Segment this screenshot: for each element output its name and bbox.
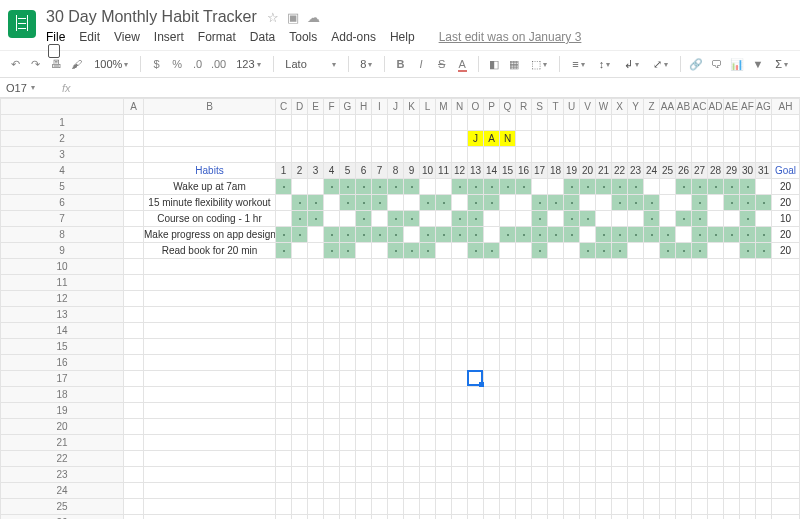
cell[interactable] (372, 275, 388, 291)
cell[interactable] (124, 211, 144, 227)
cell[interactable] (468, 451, 484, 467)
cell[interactable] (564, 179, 580, 195)
cell[interactable] (124, 291, 144, 307)
cell[interactable] (548, 387, 564, 403)
cell[interactable] (292, 179, 308, 195)
cell[interactable] (644, 515, 660, 520)
cell[interactable] (372, 259, 388, 275)
cell[interactable] (660, 195, 676, 211)
cell[interactable] (324, 307, 340, 323)
cell[interactable] (564, 115, 580, 131)
cell[interactable] (340, 387, 356, 403)
cell[interactable]: Goal (772, 163, 800, 179)
cell[interactable] (564, 307, 580, 323)
cell[interactable] (420, 211, 436, 227)
cell[interactable]: 14 (484, 163, 500, 179)
cell[interactable] (388, 403, 404, 419)
cell[interactable] (692, 323, 708, 339)
cell[interactable] (124, 403, 144, 419)
cell[interactable] (532, 227, 548, 243)
cell[interactable] (276, 483, 292, 499)
cell[interactable] (356, 147, 372, 163)
cell[interactable] (356, 195, 372, 211)
cell[interactable] (692, 211, 708, 227)
cell[interactable] (276, 195, 292, 211)
cell[interactable] (532, 419, 548, 435)
cell[interactable] (468, 339, 484, 355)
col-header[interactable]: D (292, 99, 308, 115)
cell[interactable] (292, 403, 308, 419)
cell[interactable] (740, 323, 756, 339)
cell[interactable] (692, 291, 708, 307)
cell[interactable] (724, 179, 740, 195)
merge-cells-button[interactable]: ⬚▾ (527, 58, 551, 71)
cell[interactable] (484, 355, 500, 371)
cell[interactable] (420, 483, 436, 499)
cell[interactable] (500, 515, 516, 520)
cell[interactable]: 26 (676, 163, 692, 179)
cell[interactable] (660, 339, 676, 355)
cell[interactable]: 20 (772, 179, 800, 195)
cell[interactable] (596, 339, 612, 355)
cell[interactable] (340, 323, 356, 339)
cell[interactable] (772, 291, 800, 307)
cell[interactable] (516, 403, 532, 419)
cell[interactable] (292, 467, 308, 483)
cell[interactable] (532, 259, 548, 275)
cell[interactable] (436, 371, 452, 387)
cell[interactable] (532, 195, 548, 211)
cell[interactable] (708, 467, 724, 483)
cell[interactable] (756, 131, 772, 147)
cell[interactable] (724, 147, 740, 163)
cell[interactable] (324, 467, 340, 483)
cell[interactable] (292, 339, 308, 355)
cell[interactable] (372, 147, 388, 163)
cell[interactable] (660, 451, 676, 467)
cell[interactable] (124, 323, 144, 339)
cell[interactable] (340, 467, 356, 483)
cell[interactable] (436, 419, 452, 435)
cell[interactable] (548, 227, 564, 243)
cell[interactable] (340, 259, 356, 275)
cell[interactable] (708, 243, 724, 259)
cell[interactable] (724, 467, 740, 483)
cell[interactable] (308, 211, 324, 227)
cell[interactable] (484, 483, 500, 499)
cell[interactable] (436, 339, 452, 355)
cell[interactable] (452, 435, 468, 451)
cell[interactable] (124, 451, 144, 467)
cell[interactable] (580, 243, 596, 259)
cell[interactable] (772, 387, 800, 403)
cell[interactable] (144, 339, 276, 355)
cell[interactable] (740, 515, 756, 520)
cell[interactable] (452, 419, 468, 435)
cell[interactable] (308, 355, 324, 371)
cell[interactable] (144, 451, 276, 467)
cell[interactable] (596, 435, 612, 451)
cell[interactable] (404, 419, 420, 435)
cell[interactable] (420, 259, 436, 275)
cell[interactable] (724, 435, 740, 451)
cell[interactable] (532, 339, 548, 355)
cell[interactable] (628, 115, 644, 131)
cell[interactable] (500, 483, 516, 499)
cell[interactable] (692, 467, 708, 483)
cell[interactable] (308, 515, 324, 520)
cell[interactable] (740, 195, 756, 211)
cell[interactable] (484, 275, 500, 291)
cell[interactable] (324, 323, 340, 339)
cell[interactable] (676, 483, 692, 499)
cell[interactable] (612, 371, 628, 387)
cell[interactable] (708, 339, 724, 355)
cell[interactable] (500, 403, 516, 419)
cell[interactable] (564, 259, 580, 275)
cell[interactable] (356, 355, 372, 371)
percent-button[interactable]: % (170, 58, 185, 70)
cell[interactable] (276, 243, 292, 259)
col-header[interactable]: E (308, 99, 324, 115)
cell[interactable] (628, 179, 644, 195)
col-header[interactable]: V (580, 99, 596, 115)
cell[interactable] (500, 323, 516, 339)
col-header[interactable] (1, 99, 124, 115)
cell[interactable] (660, 483, 676, 499)
